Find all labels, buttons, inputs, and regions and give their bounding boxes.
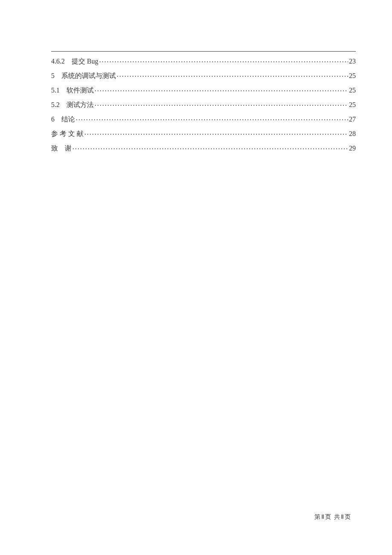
- toc-label: 5 系统的调试与测试: [51, 72, 116, 79]
- toc-label: 6 结论: [51, 116, 75, 123]
- toc-page-number: 23: [349, 58, 356, 65]
- toc-page-number: 28: [349, 130, 356, 137]
- toc-label: 参 考 文 献: [51, 130, 84, 137]
- toc-page-number: 27: [349, 116, 356, 123]
- toc-page-number: 29: [349, 145, 356, 152]
- toc-label: 5.1 软件测试: [51, 87, 94, 94]
- toc-leader: [84, 129, 348, 136]
- toc-entry: 5.2 测试方法 25: [51, 100, 356, 108]
- page-footer: 第Ⅱ页 共Ⅱ页: [314, 513, 352, 521]
- toc-label: 4.6.2 提交 Bug: [51, 58, 98, 65]
- page-container: 4.6.2 提交 Bug 23 5 系统的调试与测试 25 5.1 软件测试 2…: [0, 0, 392, 555]
- page-number-text: 第Ⅱ页 共Ⅱ页: [314, 514, 352, 520]
- toc-entry: 5.1 软件测试 25: [51, 86, 356, 94]
- toc-leader: [95, 86, 348, 92]
- toc-entry: 5 系统的调试与测试 25: [51, 71, 356, 79]
- toc-entry: 6 结论 27: [51, 115, 356, 123]
- header-rule: [51, 51, 356, 52]
- toc-entry: 4.6.2 提交 Bug 23: [51, 57, 356, 65]
- toc-entry: 致 谢 29: [51, 144, 356, 152]
- toc-page-number: 25: [349, 87, 356, 94]
- toc-leader: [76, 115, 348, 121]
- toc-leader: [72, 144, 348, 150]
- toc-page-number: 25: [349, 101, 356, 108]
- toc-leader: [95, 100, 348, 107]
- toc-leader: [99, 57, 348, 64]
- toc-label: 致 谢: [51, 145, 72, 152]
- toc-leader: [117, 71, 348, 78]
- toc-entry: 参 考 文 献 28: [51, 129, 356, 137]
- table-of-contents: 4.6.2 提交 Bug 23 5 系统的调试与测试 25 5.1 软件测试 2…: [51, 57, 356, 152]
- toc-page-number: 25: [349, 72, 356, 79]
- toc-label: 5.2 测试方法: [51, 101, 94, 108]
